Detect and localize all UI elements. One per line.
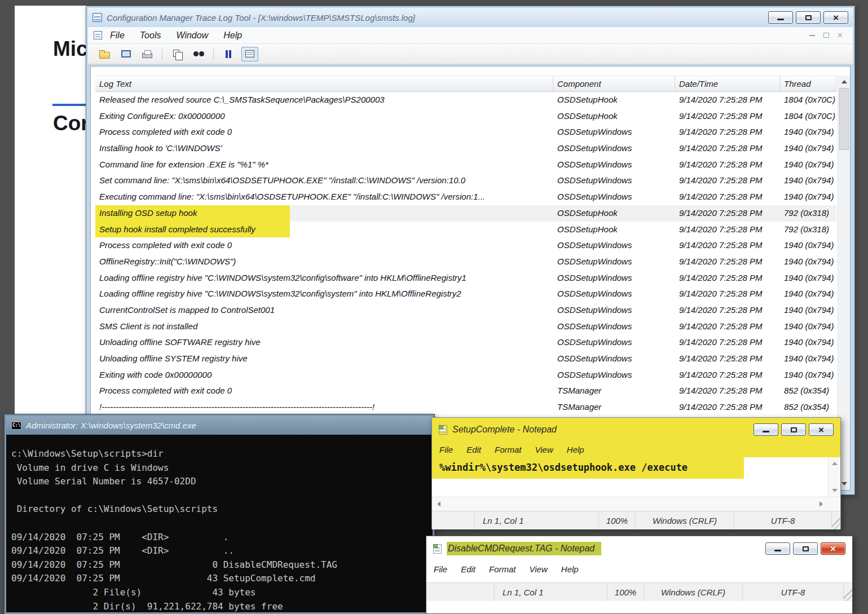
log-row[interactable]: Exiting with code 0x00000000OSDSetupWind… bbox=[95, 367, 836, 383]
notepad-horizontal-scrollbar[interactable] bbox=[432, 497, 840, 511]
log-cell: OSDSetupWindows bbox=[553, 173, 675, 189]
minimize-button[interactable] bbox=[765, 542, 790, 555]
log-row[interactable]: !---------------------------------------… bbox=[95, 399, 836, 416]
cmtrace-toolbar bbox=[88, 44, 853, 64]
log-row[interactable]: Process completed with exit code 0OSDSet… bbox=[95, 124, 836, 140]
scroll-up-icon[interactable] bbox=[829, 458, 840, 469]
maximize-button[interactable] bbox=[793, 542, 818, 555]
log-cell: 9/14/2020 7:25:28 PM bbox=[675, 383, 780, 399]
status-spacer bbox=[426, 583, 494, 601]
menu-file[interactable]: File bbox=[439, 445, 453, 454]
menu-edit[interactable]: Edit bbox=[461, 564, 475, 574]
maximize-button[interactable] bbox=[781, 423, 806, 436]
scrollbar-thumb[interactable] bbox=[839, 88, 849, 150]
log-row[interactable]: Released the resolved source C:\_SMSTask… bbox=[95, 92, 836, 108]
column-header-thread[interactable]: Thread bbox=[780, 76, 836, 91]
open-file-button[interactable] bbox=[96, 47, 113, 61]
log-row[interactable]: Process completed with exit code 0OSDSet… bbox=[95, 237, 836, 254]
log-row[interactable]: Loading offline registry hive "C:\WINDOW… bbox=[95, 270, 836, 286]
menu-edit[interactable]: Edit bbox=[466, 445, 481, 454]
column-header-datetime[interactable]: Date/Time bbox=[675, 76, 780, 91]
scroll-left-icon[interactable] bbox=[433, 497, 444, 511]
log-row[interactable]: Unloading offline SOFTWARE registry hive… bbox=[95, 334, 836, 351]
menu-help[interactable]: Help bbox=[223, 30, 242, 41]
log-cell: CurrentControlSet is mapped to ControlSe… bbox=[95, 302, 553, 319]
maximize-button[interactable] bbox=[796, 11, 821, 24]
minimize-icon bbox=[774, 550, 781, 551]
scroll-up-icon[interactable] bbox=[838, 77, 850, 87]
mdi-close-icon[interactable]: × bbox=[838, 31, 843, 40]
log-row[interactable]: CurrentControlSet is mapped to ControlSe… bbox=[95, 302, 836, 319]
log-row[interactable]: Loading offline registry hive "C:\WINDOW… bbox=[95, 286, 836, 302]
find-button[interactable] bbox=[190, 47, 207, 61]
log-cell: Setup hook install completed successfull… bbox=[95, 222, 553, 238]
close-button[interactable]: × bbox=[823, 11, 848, 24]
log-row[interactable]: Executing command line: "X:\sms\bin\x64\… bbox=[95, 189, 836, 205]
column-header-logtext[interactable]: Log Text bbox=[95, 76, 553, 91]
menu-format[interactable]: Format bbox=[495, 445, 522, 454]
close-button[interactable]: × bbox=[809, 423, 834, 436]
mdi-restore-icon[interactable] bbox=[823, 33, 829, 38]
column-header-component[interactable]: Component bbox=[553, 76, 675, 91]
log-cell: Unloading offline SOFTWARE registry hive bbox=[95, 334, 553, 351]
log-row[interactable]: Unloading offline SYSTEM registry hiveOS… bbox=[95, 351, 836, 367]
minimize-button[interactable] bbox=[754, 423, 778, 436]
notepad-setupcomplete-titlebar[interactable]: SetupComplete - Notepad × bbox=[432, 418, 840, 441]
printer-icon bbox=[142, 53, 152, 58]
close-button[interactable]: × bbox=[821, 542, 845, 555]
pause-button[interactable] bbox=[220, 47, 237, 61]
binoculars-icon bbox=[193, 51, 205, 57]
log-row[interactable]: Command line for extension .EXE is "%1" … bbox=[95, 157, 836, 173]
log-cell: 9/14/2020 7:25:28 PM bbox=[675, 222, 780, 238]
log-row[interactable]: Installing OSD setup hookOSDSetupHook9/1… bbox=[95, 205, 836, 222]
log-cell: 852 (0x354) bbox=[780, 383, 836, 399]
log-row[interactable]: Set command line: "X:\sms\bin\x64\OSDSET… bbox=[95, 173, 836, 189]
menu-help[interactable]: Help bbox=[567, 445, 584, 454]
menu-view[interactable]: View bbox=[530, 564, 548, 574]
menu-file[interactable]: File bbox=[110, 30, 125, 41]
scroll-right-icon[interactable] bbox=[816, 497, 827, 511]
cmtrace-titlebar[interactable]: Configuration Manager Trace Log Tool - [… bbox=[88, 8, 853, 27]
error-lookup-button[interactable] bbox=[241, 47, 258, 61]
log-row[interactable]: OfflineRegistry::Init("C:\WINDOWS")OSDSe… bbox=[95, 254, 836, 270]
log-cell: OSDSetupHook bbox=[553, 222, 675, 238]
log-cell: 9/14/2020 7:25:28 PM bbox=[675, 254, 780, 270]
log-row[interactable]: SMS Client is not installedOSDSetupWindo… bbox=[95, 319, 836, 335]
log-cell: OSDSetupWindows bbox=[553, 334, 675, 351]
menu-window[interactable]: Window bbox=[176, 30, 208, 41]
menu-tools[interactable]: Tools bbox=[140, 30, 161, 41]
log-cell: 9/14/2020 7:25:28 PM bbox=[675, 157, 780, 173]
menu-format[interactable]: Format bbox=[489, 564, 516, 574]
cmd-body[interactable]: c:\Windows\Setup\scripts>dir Volume in d… bbox=[6, 435, 433, 612]
resize-grip[interactable] bbox=[831, 511, 840, 529]
log-cell: OSDSetupWindows bbox=[553, 140, 675, 157]
copy-button[interactable] bbox=[169, 47, 186, 61]
log-cell: OSDSetupWindows bbox=[553, 124, 675, 140]
mdi-minimize-icon[interactable] bbox=[809, 35, 815, 36]
log-row[interactable]: Installing hook to 'C:\WINDOWS'OSDSetupW… bbox=[95, 140, 836, 157]
menu-view[interactable]: View bbox=[535, 445, 553, 454]
menu-help[interactable]: Help bbox=[561, 564, 579, 574]
resize-grip[interactable] bbox=[843, 583, 852, 601]
log-cell: 9/14/2020 7:25:28 PM bbox=[675, 351, 780, 367]
close-icon: × bbox=[818, 425, 824, 435]
cmd-titlebar[interactable]: C:\ Administrator: X:\windows\system32\c… bbox=[6, 416, 433, 435]
minimize-button[interactable] bbox=[768, 11, 793, 24]
list-icon bbox=[245, 50, 254, 58]
print-button[interactable] bbox=[139, 47, 156, 61]
log-row[interactable]: Setup hook install completed successfull… bbox=[95, 222, 836, 238]
log-row[interactable]: Exiting ConfigureEx: 0x00000000OSDSetupH… bbox=[95, 108, 836, 125]
notepad-vertical-scrollbar[interactable] bbox=[828, 457, 840, 497]
notepad-setupcomplete-textarea[interactable]: %windir%\system32\osdsetuphook.exe /exec… bbox=[432, 457, 828, 497]
status-encoding: UTF-8 bbox=[734, 511, 831, 529]
status-line-ending: Windows (CRLF) bbox=[644, 583, 742, 601]
scroll-down-icon[interactable] bbox=[829, 485, 840, 496]
log-cell: OSDSetupHook bbox=[553, 92, 675, 108]
notepad-tag-titlebar[interactable]: DisableCMDRequest.TAG - Notepad × bbox=[426, 536, 852, 561]
menu-file[interactable]: File bbox=[434, 564, 447, 574]
log-row[interactable]: Process completed with exit code 0TSMana… bbox=[95, 383, 836, 399]
log-cell: OSDSetupWindows bbox=[553, 319, 675, 335]
toolbar-separator bbox=[162, 48, 162, 60]
maximize-icon bbox=[791, 427, 797, 432]
view-window-button[interactable] bbox=[117, 47, 134, 61]
